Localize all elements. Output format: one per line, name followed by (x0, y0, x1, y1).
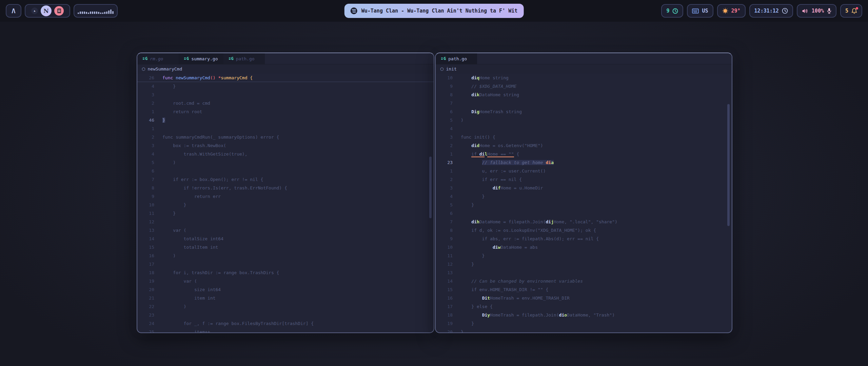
code-line[interactable]: 12 (137, 218, 434, 226)
code-line[interactable]: 19 var ( (137, 277, 434, 285)
code-line[interactable]: 11 } (137, 209, 434, 218)
code-line[interactable]: 8 if !errors.Is(err, trash.ErrNotFound) … (137, 184, 434, 192)
code-line[interactable]: 7 if err := box.Open(); err != nil { (137, 175, 434, 184)
line-number: 46 (137, 118, 154, 123)
code-line[interactable]: 6 (436, 209, 732, 218)
code-line[interactable]: 2 if err == nil { (436, 175, 732, 184)
code-line[interactable]: 6 (137, 167, 434, 175)
code-line[interactable]: 21 item int (137, 294, 434, 302)
tab-rm.go[interactable]: Grm.go (137, 53, 179, 64)
code-line[interactable]: 13 (436, 268, 732, 277)
code-line[interactable]: 9 return err (137, 192, 434, 201)
line-number: 8 (436, 92, 453, 97)
weather-widget[interactable]: 29° (717, 4, 746, 18)
code-line[interactable]: 5 ) (137, 158, 434, 167)
code-area-right[interactable]: 10 diqHome string9 // $XDG_DATA_HOME8 di… (436, 74, 732, 333)
code-line[interactable]: 4 (436, 124, 732, 133)
notifications-widget[interactable]: 5 (840, 4, 862, 18)
go-file-icon: G (143, 56, 147, 61)
code-line[interactable]: 18 DiyHomeTrash = filepath.Join(dioDataH… (436, 311, 732, 319)
code-line[interactable]: 9 if abs, err := filepath.Abs(d); err ==… (436, 235, 732, 243)
code-line[interactable]: 13 var ( (137, 226, 434, 235)
code-line[interactable]: 20} (436, 328, 732, 333)
visualizer-bar (84, 12, 85, 14)
keyboard-layout-widget[interactable]: US (687, 4, 713, 18)
code-line[interactable]: 2func summaryCmdRun(_ summaryOptions) er… (137, 133, 434, 141)
code-line[interactable]: 10 diwDataHome = abs (436, 243, 732, 251)
code-line[interactable]: 8 if d, ok := os.LookupEnv("XDG_DATA_HOM… (436, 226, 732, 235)
code-line[interactable]: 3 (137, 90, 434, 99)
code-line[interactable]: 10 } (137, 201, 434, 209)
code-line[interactable]: 18 for i, trashDir := range box.TrashDir… (137, 268, 434, 277)
launcher-button[interactable]: Λ (6, 4, 21, 18)
code-line[interactable]: 19 } (436, 319, 732, 328)
scrollbar-left-pane[interactable] (429, 157, 432, 218)
code-line[interactable]: 2 didHome = os.Getenv("HOME") (436, 141, 732, 150)
scrollbar-right-pane[interactable] (727, 104, 730, 226)
code-line[interactable]: 23 // fallback to get home dia (436, 158, 732, 167)
code-line[interactable]: 2 root.cmd = cmd (137, 99, 434, 107)
code-line[interactable]: 15 if env.HOME_TRASH_DIR != "" { (436, 285, 732, 294)
code-line[interactable]: 7 dihDataHome = filepath.Join(dijHome, "… (436, 218, 732, 226)
code-line[interactable]: 14 // Can be changed by environment vari… (436, 277, 732, 285)
line-content: dihDataHome = filepath.Join(dijHome, ".l… (461, 219, 617, 224)
code-line[interactable]: 1 if dilHome == "" { (436, 150, 732, 158)
code-line[interactable]: 1 return root (137, 107, 434, 116)
code-line[interactable]: 5) (436, 116, 732, 124)
code-line[interactable]: 16 DitHomeTrash = env.HOME_TRASH_DIR (436, 294, 732, 302)
code-line[interactable]: 4 } (436, 192, 732, 201)
breadcrumb-left[interactable]: ⬡ newSummaryCmd (137, 64, 434, 74)
code-line[interactable]: 14 totalSize int64 (137, 235, 434, 243)
code-line[interactable]: 5 } (436, 201, 732, 209)
tab-path.go[interactable]: Gpath.go (223, 53, 265, 64)
tab-path.go[interactable]: Gpath.go (436, 53, 477, 64)
line-number: 12 (436, 262, 453, 267)
browser-app-icon[interactable]: ➤ (31, 7, 38, 14)
code-line[interactable]: 7 (436, 99, 732, 107)
code-line[interactable]: 20 size int64 (137, 285, 434, 294)
line-content: } (461, 194, 485, 199)
media-player-widget[interactable]: Wu-Tang Clan - Wu-Tang Clan Ain't Nuthin… (344, 4, 524, 18)
notes-app-icon[interactable] (54, 6, 64, 16)
code-line[interactable]: 4 trash.WithGetSize(true), (137, 150, 434, 158)
code-line[interactable]: 1 (137, 124, 434, 133)
code-line[interactable]: 15 totalItem int (137, 243, 434, 251)
code-line[interactable]: 46} (137, 116, 434, 124)
line-number: 5 (137, 160, 154, 165)
audio-visualizer-widget[interactable] (74, 4, 118, 18)
code-line[interactable]: 8 dikDataHome string (436, 90, 732, 99)
code-line[interactable]: 6 DigHomeTrash string (436, 107, 732, 116)
line-number: 24 (137, 321, 154, 326)
line-number: 7 (436, 101, 453, 106)
code-line[interactable]: 3 difHome = u.HomeDir (436, 184, 732, 192)
code-line[interactable]: 9 // $XDG_DATA_HOME (436, 82, 732, 90)
code-line[interactable]: 26func newSummaryCmd() *summaryCmd { (137, 74, 434, 82)
volume-widget[interactable]: 100% (797, 4, 836, 18)
visualizer-bar (106, 12, 107, 14)
code-line[interactable]: 3func init() { (436, 133, 732, 141)
code-line[interactable]: 22 ) (137, 302, 434, 311)
code-line[interactable]: 23 (137, 311, 434, 319)
clock-widget[interactable]: 12:31:12 (749, 4, 793, 18)
code-line[interactable]: 24 for _, f := range box.FilesByTrashDir… (137, 319, 434, 328)
code-line[interactable]: 11 } (436, 251, 732, 260)
code-line[interactable]: 12 } (436, 260, 732, 268)
code-line[interactable]: 4 } (137, 82, 434, 90)
updates-widget[interactable]: 9 (661, 4, 683, 18)
code-line[interactable]: 1 u, err := user.Current() (436, 167, 732, 175)
tab-summary.go[interactable]: Gsummary.go (179, 53, 223, 64)
code-area-left[interactable]: 26func newSummaryCmd() *summaryCmd {4 }3… (137, 74, 434, 333)
code-line[interactable]: 25 item++ (137, 328, 434, 333)
visualizer-bar (94, 12, 95, 14)
line-number: 4 (436, 194, 453, 199)
code-line[interactable]: 3 box := trash.NewBox( (137, 141, 434, 150)
code-line[interactable]: 10 diqHome string (436, 74, 732, 82)
breadcrumb-right[interactable]: ⬡ init (436, 64, 732, 74)
line-number: 20 (436, 329, 453, 333)
code-line[interactable]: 16 ) (137, 251, 434, 260)
line-content: return root (162, 109, 202, 114)
code-line[interactable]: 17 (137, 260, 434, 268)
neovim-app-icon[interactable]: N (41, 5, 52, 16)
line-number: 10 (436, 245, 453, 250)
code-line[interactable]: 17 } else { (436, 302, 732, 311)
